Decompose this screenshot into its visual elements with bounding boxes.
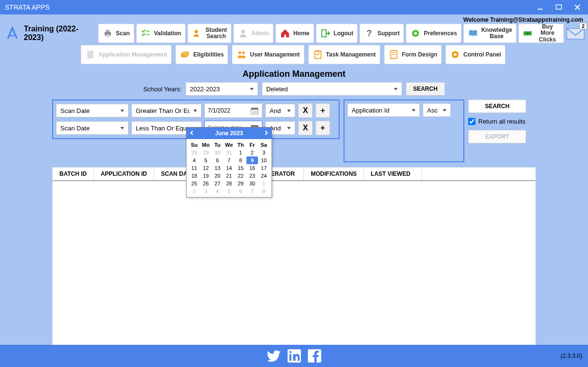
validation-button[interactable]: Validation bbox=[136, 24, 186, 43]
calendar-day[interactable]: 28 bbox=[188, 149, 200, 156]
calendar-day[interactable]: 30 bbox=[212, 149, 223, 156]
titlebar: STRATA APPS bbox=[0, 0, 588, 14]
calendar-day[interactable]: 6 bbox=[235, 187, 246, 195]
minimize-button[interactable] bbox=[535, 3, 546, 12]
linkedin-icon[interactable] bbox=[287, 349, 301, 363]
calendar-day[interactable]: 25 bbox=[188, 180, 200, 187]
notifications-button[interactable]: 2 bbox=[566, 27, 585, 40]
calendar-day[interactable]: 2 bbox=[246, 149, 258, 156]
eligibilities-tab[interactable]: Eligibilities bbox=[175, 45, 228, 64]
add-filter-button[interactable]: + bbox=[316, 103, 330, 118]
calendar-day[interactable]: 29 bbox=[235, 180, 246, 187]
calendar-day[interactable]: 20 bbox=[212, 172, 223, 180]
return-all-checkbox[interactable] bbox=[468, 118, 475, 125]
school-year-select[interactable]: 2022-2023 bbox=[186, 82, 258, 96]
maximize-button[interactable] bbox=[553, 3, 565, 12]
preferences-button[interactable]: Preferences bbox=[406, 24, 461, 43]
calendar-day[interactable]: 13 bbox=[212, 164, 223, 172]
calendar-day[interactable]: 4 bbox=[212, 187, 223, 195]
calendar-dow: Su bbox=[188, 141, 200, 149]
calendar-day[interactable]: 17 bbox=[258, 164, 270, 172]
calendar-day[interactable]: 1 bbox=[258, 180, 270, 187]
calendar-day[interactable]: 4 bbox=[188, 156, 200, 164]
calendar-day[interactable]: 22 bbox=[235, 172, 246, 180]
calendar-day[interactable]: 10 bbox=[258, 156, 270, 164]
column-header[interactable]: BATCH ID bbox=[53, 168, 94, 180]
facebook-icon[interactable] bbox=[307, 349, 322, 363]
question-icon: ? bbox=[364, 28, 374, 39]
svg-text:?: ? bbox=[367, 28, 372, 38]
calendar-day[interactable]: 8 bbox=[235, 156, 246, 164]
close-button[interactable] bbox=[572, 3, 583, 12]
filter-date-input[interactable]: 14 bbox=[204, 103, 262, 118]
calendar-day[interactable]: 21 bbox=[223, 172, 235, 180]
top-search-button[interactable]: SEARCH bbox=[406, 82, 445, 96]
calendar-day[interactable]: 26 bbox=[200, 180, 212, 187]
calendar-day[interactable]: 2 bbox=[188, 187, 200, 195]
logout-button[interactable]: Logout bbox=[316, 24, 358, 43]
form-design-tab[interactable]: Form Design bbox=[384, 45, 442, 64]
calendar-day[interactable]: 16 bbox=[246, 164, 258, 172]
calendar-day[interactable]: 18 bbox=[188, 172, 200, 180]
student-search-button[interactable]: Student Search bbox=[187, 24, 231, 43]
calendar-day[interactable]: 30 bbox=[246, 180, 258, 187]
user-management-tab[interactable]: User Management bbox=[232, 45, 304, 64]
calendar-dow: We bbox=[223, 141, 235, 149]
calendar-day[interactable]: 28 bbox=[223, 180, 235, 187]
calendar-day[interactable]: 1 bbox=[235, 149, 246, 156]
clipboard-icon bbox=[313, 49, 323, 60]
column-header[interactable]: APPLICATION ID bbox=[94, 168, 154, 180]
calendar-day[interactable]: 7 bbox=[246, 187, 258, 195]
calendar-day[interactable]: 31 bbox=[223, 149, 235, 156]
export-button[interactable]: EXPORT bbox=[468, 130, 526, 143]
date-field[interactable] bbox=[208, 107, 245, 114]
chevron-down-icon bbox=[193, 110, 197, 112]
twitter-icon[interactable] bbox=[267, 349, 281, 363]
calendar-prev-button[interactable] bbox=[189, 130, 194, 137]
scan-button[interactable]: Scan bbox=[98, 24, 134, 43]
sort-field-select[interactable]: Application Id bbox=[347, 103, 420, 117]
calendar-day[interactable]: 23 bbox=[246, 172, 258, 180]
calendar-day[interactable]: 3 bbox=[200, 187, 212, 195]
results-table: BATCH IDAPPLICATION IDSCAN DATEOPERATORM… bbox=[52, 167, 536, 346]
calendar-day[interactable]: 19 bbox=[200, 172, 212, 180]
search-button[interactable]: SEARCH bbox=[468, 99, 526, 113]
buy-more-clicks-button[interactable]: Buy More Clicks bbox=[518, 24, 564, 43]
return-all-checkbox-row[interactable]: Return all results bbox=[468, 118, 536, 125]
calendar-next-button[interactable] bbox=[264, 130, 269, 137]
calendar-day[interactable]: 5 bbox=[200, 156, 212, 164]
filter-conjunction-select[interactable]: And bbox=[265, 104, 295, 117]
status-select[interactable]: Deleted bbox=[262, 82, 402, 96]
control-panel-tab[interactable]: Control Panel bbox=[445, 45, 505, 64]
add-filter-button[interactable]: + bbox=[316, 121, 330, 135]
remove-filter-button[interactable]: X bbox=[298, 121, 313, 135]
calendar-day[interactable]: 12 bbox=[200, 164, 212, 172]
home-button[interactable]: Home bbox=[275, 24, 314, 43]
app-title: STRATA APPS bbox=[5, 3, 50, 11]
calendar-day[interactable]: 11 bbox=[188, 164, 200, 172]
filter-field-select[interactable]: Scan Date bbox=[56, 121, 129, 135]
calendar-day[interactable]: 6 bbox=[212, 156, 223, 164]
calendar-day[interactable]: 3 bbox=[258, 149, 270, 156]
filter-operator-select[interactable]: Greater Than Or Equal bbox=[131, 104, 201, 117]
remove-filter-button[interactable]: X bbox=[298, 103, 313, 118]
calendar-day[interactable]: 29 bbox=[200, 149, 212, 156]
calendar-day[interactable]: 24 bbox=[258, 172, 270, 180]
calendar-day[interactable]: 7 bbox=[223, 156, 235, 164]
column-header[interactable]: MODIFICATIONS bbox=[304, 168, 364, 180]
support-button[interactable]: ? Support bbox=[359, 24, 404, 43]
admin-button[interactable]: Admin bbox=[233, 24, 273, 43]
calendar-day[interactable]: 14 bbox=[223, 164, 235, 172]
column-header[interactable]: LAST VIEWED bbox=[364, 168, 422, 180]
calendar-day[interactable]: 9 bbox=[246, 156, 258, 164]
calendar-day[interactable]: 5 bbox=[223, 187, 235, 195]
filter-field-select[interactable]: Scan Date bbox=[56, 104, 129, 117]
knowledge-base-button[interactable]: Knowledge Base bbox=[463, 24, 516, 43]
calendar-day[interactable]: 27 bbox=[212, 180, 223, 187]
calendar-day[interactable]: 15 bbox=[235, 164, 246, 172]
application-management-tab[interactable]: Application Management bbox=[81, 45, 172, 64]
calendar-day[interactable]: 8 bbox=[258, 187, 270, 195]
calendar-icon[interactable]: 14 bbox=[250, 106, 259, 115]
sort-direction-select[interactable]: Asc bbox=[423, 103, 451, 117]
task-management-tab[interactable]: Task Management bbox=[308, 45, 380, 64]
